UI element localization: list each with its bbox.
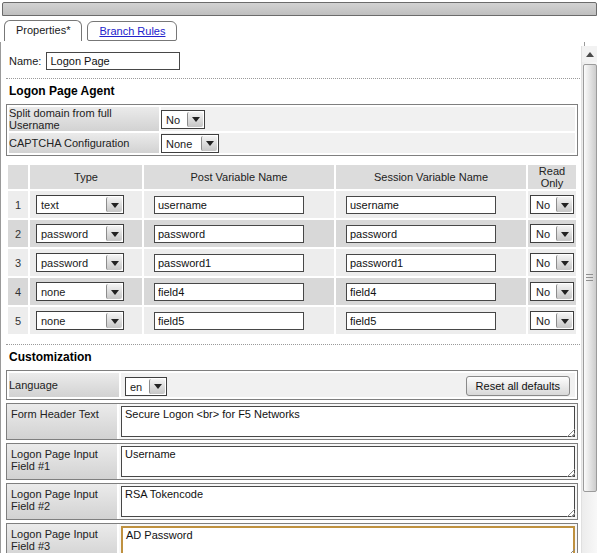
name-label: Name: bbox=[9, 55, 41, 67]
tab-branch-rules[interactable]: Branch Rules bbox=[87, 21, 177, 41]
chevron-down-icon bbox=[556, 284, 572, 299]
logon-fields-table: Type Post Variable Name Session Variable… bbox=[6, 163, 578, 336]
input-field-3-label: Logon Page Input Field #3 bbox=[7, 524, 119, 553]
field-row-3: 3 password No bbox=[8, 249, 576, 276]
read-only-select-row1-value: No bbox=[531, 196, 555, 213]
read-only-select-row5[interactable]: No bbox=[530, 311, 574, 330]
form-header-text-label: Form Header Text bbox=[7, 404, 119, 439]
col-header-read-only: Read Only bbox=[528, 165, 576, 189]
read-only-select-row1[interactable]: No bbox=[530, 195, 574, 214]
input-field-1-label: Logon Page Input Field #1 bbox=[7, 444, 119, 479]
read-only-select-row4-value: No bbox=[531, 283, 555, 300]
language-select-value: en bbox=[126, 378, 148, 395]
input-field-3-textarea[interactable]: AD Password bbox=[121, 526, 575, 553]
type-select-row1[interactable]: text bbox=[36, 195, 124, 214]
captcha-label: CAPTCHA Configuration bbox=[9, 133, 159, 153]
type-select-row1-value: text bbox=[37, 196, 105, 213]
chevron-down-icon bbox=[187, 112, 203, 127]
input-field-2-row: Logon Page Input Field #2 RSA Tokencode bbox=[6, 483, 578, 520]
read-only-select-row2[interactable]: No bbox=[530, 224, 574, 243]
col-header-num bbox=[8, 165, 28, 189]
scrollbar-thumb[interactable] bbox=[583, 64, 597, 492]
language-row: Language en Reset all defaults bbox=[9, 373, 575, 397]
name-input[interactable] bbox=[46, 52, 180, 70]
chevron-down-icon bbox=[556, 313, 572, 328]
row-number: 5 bbox=[8, 307, 28, 334]
session-variable-input-row3[interactable] bbox=[346, 254, 496, 272]
field-row-5: 5 none No bbox=[8, 307, 576, 334]
captcha-select[interactable]: None bbox=[161, 134, 219, 153]
post-variable-input-row1[interactable] bbox=[154, 196, 304, 214]
chevron-down-icon bbox=[106, 197, 122, 212]
session-variable-input-row4[interactable] bbox=[346, 283, 496, 301]
tab-branch-rules-label: Branch Rules bbox=[99, 25, 165, 37]
logon-page-properties-dialog: Properties* Branch Rules Name: Logon Pag… bbox=[0, 0, 600, 553]
type-select-row4-value: none bbox=[37, 283, 105, 300]
row-number: 3 bbox=[8, 249, 28, 276]
separator bbox=[6, 344, 582, 345]
scroll-up-button[interactable] bbox=[582, 46, 597, 62]
tab-properties[interactable]: Properties* bbox=[4, 20, 82, 41]
read-only-select-row2-value: No bbox=[531, 225, 555, 242]
field-row-1: 1 text No bbox=[8, 191, 576, 218]
post-variable-input-row2[interactable] bbox=[154, 225, 304, 243]
input-field-2-textarea[interactable]: RSA Tokencode bbox=[121, 486, 575, 517]
properties-panel: Name: Logon Page Agent Split domain from… bbox=[0, 42, 585, 553]
input-field-3-row: Logon Page Input Field #3 AD Password bbox=[6, 523, 578, 553]
post-variable-input-row3[interactable] bbox=[154, 254, 304, 272]
vertical-scrollbar bbox=[581, 46, 597, 553]
setting-row-split-domain: Split domain from full Username No bbox=[9, 107, 575, 131]
language-label: Language bbox=[9, 373, 119, 397]
type-select-row4[interactable]: none bbox=[36, 282, 124, 301]
type-select-row5[interactable]: none bbox=[36, 311, 124, 330]
session-variable-input-row1[interactable] bbox=[346, 196, 496, 214]
dialog-titlebar[interactable] bbox=[2, 2, 597, 16]
language-select[interactable]: en bbox=[125, 377, 167, 396]
reset-all-defaults-button[interactable]: Reset all defaults bbox=[466, 376, 570, 396]
split-domain-select[interactable]: No bbox=[161, 110, 205, 129]
tab-strip: Properties* Branch Rules bbox=[4, 21, 177, 41]
tab-properties-label: Properties* bbox=[16, 24, 70, 36]
agent-settings-table: Split domain from full Username No CAPTC… bbox=[6, 104, 578, 156]
read-only-select-row4[interactable]: No bbox=[530, 282, 574, 301]
read-only-select-row3[interactable]: No bbox=[530, 253, 574, 272]
input-field-1-textarea[interactable]: Username bbox=[121, 446, 575, 477]
chevron-down-icon bbox=[106, 255, 122, 270]
chevron-down-icon bbox=[201, 136, 217, 151]
input-field-1-row: Logon Page Input Field #1 Username bbox=[6, 443, 578, 480]
session-variable-input-row5[interactable] bbox=[346, 312, 496, 330]
type-select-row3-value: password bbox=[37, 254, 105, 271]
chevron-down-icon bbox=[106, 226, 122, 241]
name-row: Name: bbox=[9, 52, 584, 70]
post-variable-input-row5[interactable] bbox=[154, 312, 304, 330]
input-field-2-label: Logon Page Input Field #2 bbox=[7, 484, 119, 519]
chevron-down-icon bbox=[149, 379, 165, 394]
chevron-down-icon bbox=[556, 197, 572, 212]
row-number: 1 bbox=[8, 191, 28, 218]
type-select-row2-value: password bbox=[37, 225, 105, 242]
read-only-select-row3-value: No bbox=[531, 254, 555, 271]
scroll-up-icon bbox=[586, 48, 594, 57]
separator bbox=[6, 78, 582, 79]
form-header-text-row: Form Header Text Secure Logon <br> for F… bbox=[6, 403, 578, 440]
post-variable-input-row4[interactable] bbox=[154, 283, 304, 301]
setting-row-captcha: CAPTCHA Configuration None bbox=[9, 133, 575, 153]
row-number: 4 bbox=[8, 278, 28, 305]
section-title-customization: Customization bbox=[9, 350, 584, 364]
section-title-logon-page-agent: Logon Page Agent bbox=[9, 84, 584, 98]
chevron-down-icon bbox=[556, 226, 572, 241]
type-select-row2[interactable]: password bbox=[36, 224, 124, 243]
split-domain-select-value: No bbox=[162, 111, 186, 128]
type-select-row5-value: none bbox=[37, 312, 105, 329]
language-table: Language en Reset all defaults bbox=[6, 370, 578, 400]
form-header-textarea[interactable]: Secure Logon <br> for F5 Networks bbox=[121, 406, 575, 437]
col-header-post-variable: Post Variable Name bbox=[144, 165, 334, 189]
col-header-session-variable: Session Variable Name bbox=[336, 165, 526, 189]
scrollbar-grip-icon bbox=[586, 274, 593, 282]
type-select-row3[interactable]: password bbox=[36, 253, 124, 272]
captcha-select-value: None bbox=[162, 135, 200, 152]
chevron-down-icon bbox=[556, 255, 572, 270]
read-only-select-row5-value: No bbox=[531, 312, 555, 329]
session-variable-input-row2[interactable] bbox=[346, 225, 496, 243]
split-domain-label: Split domain from full Username bbox=[9, 107, 159, 131]
